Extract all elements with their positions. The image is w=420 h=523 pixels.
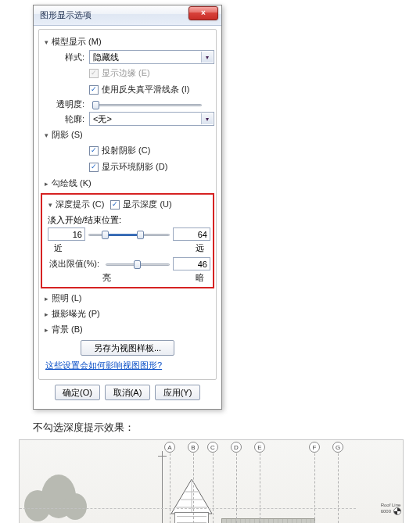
checkbox-icon: ✓ <box>89 163 99 172</box>
dialog-title: 图形显示选项 <box>40 9 188 21</box>
dark-label: 暗 <box>196 272 204 284</box>
fade-limit-slider[interactable] <box>106 259 170 270</box>
far-label: 远 <box>196 242 204 254</box>
apply-button[interactable]: 应用(Y) <box>155 385 200 400</box>
collapse-icon: ▾ <box>42 38 50 46</box>
fade-limit-input[interactable] <box>173 257 210 270</box>
lower-building <box>221 518 315 523</box>
level-marker: Roof Line6000 <box>381 503 401 515</box>
graphic-display-options-dialog: 图形显示选项 × ▾ 模型显示 (M) 样式: 隐藏线 ▾ <box>33 5 222 410</box>
save-as-template-button[interactable]: 另存为视图样板... <box>81 340 174 356</box>
fade-range-label: 淡入开始/结束位置: <box>48 214 210 226</box>
cancel-button[interactable]: 取消(A) <box>105 385 150 400</box>
wind-turbine <box>162 451 163 523</box>
style-dropdown[interactable]: 隐藏线 ▾ <box>89 50 214 64</box>
checkbox-icon: ✓ <box>89 69 99 78</box>
section-view-illustration: ABCDEFG Roof Line6000Level 23000Ceiling2… <box>19 439 404 523</box>
fade-range-slider[interactable] <box>88 229 170 240</box>
light-label: 亮 <box>102 272 111 284</box>
vegetation <box>21 467 92 523</box>
checkbox-icon: ✓ <box>89 146 99 156</box>
checkbox-icon: ✓ <box>110 200 120 210</box>
section-header-exposure[interactable]: ▸ 摄影曝光 (P) <box>41 307 214 321</box>
fade-limit-label: 淡出限值(%): <box>48 258 102 270</box>
caption-depth-off: 不勾选深度提示效果： <box>33 421 420 435</box>
grid-bubble: C <box>207 442 218 453</box>
section-header-background[interactable]: ▸ 背景 (B) <box>41 323 214 336</box>
house <box>168 478 215 523</box>
expand-icon: ▸ <box>42 295 50 303</box>
smooth-lines-checkbox[interactable]: ✓ 使用反失真平滑线条 (I) <box>89 84 189 95</box>
transparency-slider[interactable] <box>92 99 202 110</box>
near-label: 近 <box>54 242 63 254</box>
checkbox-icon: ✓ <box>89 85 99 95</box>
section-model-display: ▾ 模型显示 (M) 样式: 隐藏线 ▾ ✓ 显示边缘 (E) <box>41 35 214 126</box>
titlebar[interactable]: 图形显示选项 × <box>34 5 221 26</box>
silhouette-dropdown[interactable]: <无> ▾ <box>89 112 214 126</box>
section-sketchy-lines: ▸ 勾绘线 (K) <box>41 177 214 190</box>
section-depth-cueing-highlight: ▾ 深度提示 (C) ✓ 显示深度 (U) 淡入开始/结束位置: <box>41 193 214 288</box>
section-header-model-display[interactable]: ▾ 模型显示 (M) <box>41 35 214 48</box>
grid-bubble: B <box>188 442 199 453</box>
show-edges-checkbox: ✓ 显示边缘 (E) <box>89 67 150 79</box>
section-exposure: ▸ 摄影曝光 (P) <box>41 307 214 321</box>
close-button[interactable]: × <box>188 6 218 20</box>
section-background: ▸ 背景 (B) <box>41 323 214 336</box>
section-shadows: ▾ 阴影 (S) ✓ 投射阴影 (C) ✓ 显示环境阴影 (D) <box>41 128 214 174</box>
fade-end-input[interactable] <box>173 227 210 241</box>
expand-icon: ▸ <box>42 326 50 334</box>
collapse-icon: ▾ <box>42 131 50 139</box>
section-lighting: ▸ 照明 (L) <box>41 292 214 305</box>
grid-bubbles: ABCDEFG <box>20 442 403 460</box>
fade-start-input[interactable] <box>48 227 85 241</box>
section-header-lighting[interactable]: ▸ 照明 (L) <box>41 292 214 305</box>
grid-bubble: D <box>231 442 242 453</box>
style-label: 样式: <box>41 52 89 63</box>
chevron-down-icon: ▾ <box>201 52 213 63</box>
expand-icon: ▸ <box>42 310 50 318</box>
grid-bubble: G <box>332 442 343 453</box>
close-icon: × <box>201 9 206 17</box>
silhouette-label: 轮廓: <box>41 113 89 125</box>
help-link[interactable]: 这些设置会如何影响视图图形? <box>45 360 214 371</box>
transparency-label: 透明度: <box>41 99 89 110</box>
show-depth-checkbox[interactable]: ✓ 显示深度 (U) <box>110 199 171 210</box>
chevron-down-icon: ▾ <box>201 113 213 124</box>
section-header-sketchy[interactable]: ▸ 勾绘线 (K) <box>41 177 214 190</box>
cast-shadows-checkbox[interactable]: ✓ 投射阴影 (C) <box>89 145 150 156</box>
grid-bubble: E <box>254 442 265 453</box>
expand-icon: ▸ <box>42 180 50 188</box>
ok-button[interactable]: 确定(O) <box>55 385 100 400</box>
grid-bubble: A <box>164 442 175 453</box>
section-header-depth[interactable]: ▾ 深度提示 (C) ✓ 显示深度 (U) <box>45 196 210 213</box>
collapse-icon: ▾ <box>46 201 54 209</box>
ambient-shadows-checkbox[interactable]: ✓ 显示环境阴影 (D) <box>89 161 167 173</box>
section-header-shadows[interactable]: ▾ 阴影 (S) <box>41 128 214 141</box>
grid-bubble: F <box>309 442 320 453</box>
